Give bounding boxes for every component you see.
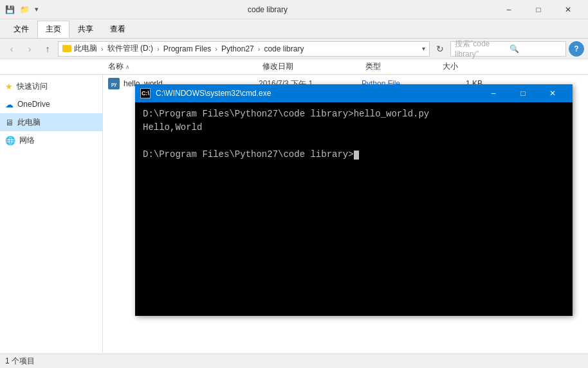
sidebar-label-onedrive: OneDrive: [17, 100, 50, 109]
cmd-line-0: D:\Program Files\Python27\code library>h…: [143, 107, 565, 121]
cmd-app-icon: C:\: [140, 88, 151, 98]
col-header-name[interactable]: 名称 ∧: [103, 61, 257, 72]
cmd-minimize-button[interactable]: –: [479, 84, 508, 102]
star-icon: ★: [5, 82, 13, 91]
network-icon: 🌐: [5, 136, 15, 145]
search-icon: 🔍: [510, 44, 562, 53]
sidebar-label-network: 网络: [19, 135, 35, 146]
main-content: ★ 快速访问 ☁ OneDrive 🖥 此电脑 🌐 网络 hello_world…: [0, 75, 588, 353]
pc-icon: 🖥: [5, 118, 14, 127]
sidebar-label-this-pc: 此电脑: [17, 117, 41, 128]
refresh-button[interactable]: ↻: [432, 41, 448, 57]
tab-view[interactable]: 查看: [102, 21, 134, 38]
path-segment-4: code library: [264, 44, 304, 53]
folder-icon: 📁: [20, 5, 30, 14]
col-header-size[interactable]: 大小: [437, 61, 489, 72]
path-segment-2: Program Files: [163, 44, 212, 53]
ribbon-tabs: 文件 主页 共享 查看: [0, 19, 588, 38]
cmd-window: C:\ C:\WINDOWS\system32\cmd.exe – □ ✕ D:…: [135, 84, 573, 316]
search-placeholder: 搜索"code library": [455, 39, 507, 59]
search-box[interactable]: 搜索"code library" 🔍: [450, 41, 566, 57]
cmd-close-button[interactable]: ✕: [538, 84, 567, 102]
cmd-body[interactable]: D:\Program Files\Python27\code library>h…: [135, 102, 573, 316]
col-header-date[interactable]: 修改日期: [257, 61, 360, 72]
cmd-title-text: C:\WINDOWS\system32\cmd.exe: [156, 89, 473, 98]
column-headers: 名称 ∧ 修改日期 类型 大小: [0, 59, 588, 75]
ribbon: 文件 主页 共享 查看: [0, 19, 588, 39]
help-button[interactable]: ?: [569, 41, 584, 57]
sidebar: ★ 快速访问 ☁ OneDrive 🖥 此电脑 🌐 网络: [0, 75, 103, 353]
up-button[interactable]: ↑: [40, 41, 55, 57]
path-segment-1: 软件管理 (D:): [107, 43, 153, 54]
cmd-titlebar: C:\ C:\WINDOWS\system32\cmd.exe – □ ✕: [135, 84, 573, 102]
cmd-cursor: [354, 151, 359, 160]
window-title: code library: [41, 5, 494, 14]
col-header-type[interactable]: 类型: [360, 61, 437, 72]
minimize-button[interactable]: –: [494, 0, 524, 19]
cmd-line-2: [143, 134, 565, 148]
tab-home[interactable]: 主页: [37, 21, 69, 38]
window-controls: – □ ✕: [494, 0, 583, 19]
status-bar: 1 个项目: [0, 354, 588, 368]
file-area: hello_world 2016/7/3 下午 1... Python File…: [103, 75, 588, 353]
title-bar-icons: 💾 📁 ▾: [5, 5, 41, 14]
python-file-icon: [108, 78, 120, 89]
cmd-maximize-button[interactable]: □: [508, 84, 538, 102]
address-dropdown-icon[interactable]: ▾: [422, 45, 425, 52]
sidebar-item-quick-access[interactable]: ★ 快速访问: [0, 77, 102, 95]
sidebar-label-quick-access: 快速访问: [17, 81, 48, 92]
close-button[interactable]: ✕: [553, 0, 583, 19]
cloud-icon: ☁: [5, 100, 14, 109]
sidebar-item-network[interactable]: 🌐 网络: [0, 131, 102, 149]
save-icon: 💾: [5, 5, 15, 14]
path-segment-0: 此电脑: [74, 43, 97, 54]
status-text: 1 个项目: [5, 356, 35, 367]
maximize-button[interactable]: □: [524, 0, 553, 19]
forward-button[interactable]: ›: [22, 41, 37, 57]
cmd-line-3: D:\Program Files\Python27\code library>: [143, 148, 565, 161]
path-segment-3: Python27: [221, 44, 254, 53]
title-bar: 💾 📁 ▾ code library – □ ✕: [0, 0, 588, 19]
sidebar-item-this-pc[interactable]: 🖥 此电脑: [0, 113, 102, 131]
tab-share[interactable]: 共享: [69, 21, 102, 38]
dropdown-icon[interactable]: ▾: [35, 5, 39, 14]
cmd-controls: – □ ✕: [479, 84, 567, 102]
address-box[interactable]: 此电脑 › 软件管理 (D:) › Program Files › Python…: [58, 41, 430, 57]
tab-file[interactable]: 文件: [5, 21, 37, 38]
sidebar-item-onedrive[interactable]: ☁ OneDrive: [0, 95, 102, 113]
address-bar-row: ‹ › ↑ 此电脑 › 软件管理 (D:) › Program Files › …: [0, 39, 588, 59]
cmd-line-1: Hello,World: [143, 121, 565, 134]
folder-breadcrumb-icon: [62, 45, 71, 52]
back-button[interactable]: ‹: [4, 41, 19, 57]
